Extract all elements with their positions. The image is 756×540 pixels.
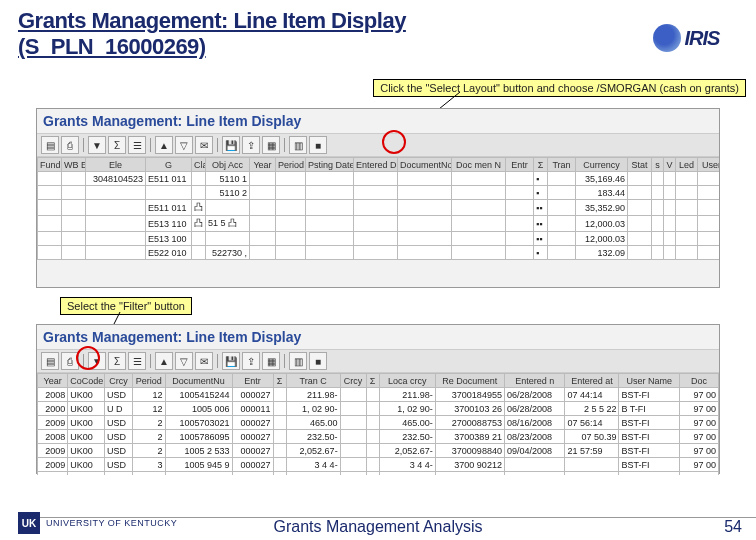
column-header[interactable]: User Name bbox=[619, 374, 680, 388]
details-button[interactable]: ▤ bbox=[41, 352, 59, 370]
table-row[interactable]: E513 110凸51 5 凸▪▪12,000.03 bbox=[38, 216, 720, 232]
column-header[interactable]: Σ bbox=[534, 158, 548, 172]
column-header[interactable]: Crcy bbox=[340, 374, 366, 388]
column-header[interactable]: Obj Acc bbox=[206, 158, 250, 172]
cell bbox=[628, 186, 652, 200]
grid-button[interactable]: ▦ bbox=[262, 352, 280, 370]
cell bbox=[276, 232, 306, 246]
cell bbox=[86, 186, 146, 200]
column-header[interactable]: DocumentNu bbox=[165, 374, 232, 388]
cell bbox=[38, 216, 62, 232]
table-row[interactable]: 2000UK00U D121005 006 0000111, 02 90-1, … bbox=[38, 402, 719, 416]
funnel-button[interactable]: ▼ bbox=[88, 136, 106, 154]
table-row[interactable]: UK00USD100 9 90000271 6 2 0-B T-FI97 00 bbox=[38, 472, 719, 476]
table-row[interactable]: 2008UK00USD121005415244000027211.98-211.… bbox=[38, 388, 719, 402]
save-button[interactable]: 💾 bbox=[222, 136, 240, 154]
cell bbox=[664, 246, 676, 260]
cell: 000027 bbox=[232, 458, 273, 472]
column-header[interactable]: Fund bbox=[38, 158, 62, 172]
column-header[interactable]: Entered at bbox=[565, 374, 619, 388]
cell bbox=[652, 172, 664, 186]
table-row[interactable]: 2009UK00USD31005 945 90000273 4 4-3 4 4-… bbox=[38, 458, 719, 472]
cell bbox=[354, 232, 398, 246]
cell bbox=[306, 172, 354, 186]
column-header[interactable]: Year bbox=[250, 158, 276, 172]
line-item-grid-1: FundWB ElEleGClassObj AccYearPeriodPstin… bbox=[37, 157, 719, 260]
cell bbox=[506, 200, 534, 216]
export-button[interactable]: ⇪ bbox=[242, 352, 260, 370]
column-header[interactable]: Entr bbox=[232, 374, 273, 388]
cell bbox=[504, 458, 565, 472]
stop-button[interactable]: ■ bbox=[309, 136, 327, 154]
column-header[interactable]: Ele bbox=[86, 158, 146, 172]
table-row[interactable]: 3048104523E511 0115110 1▪35,169.46 bbox=[38, 172, 720, 186]
column-header[interactable]: DocumentNo bbox=[398, 158, 452, 172]
mail-button[interactable]: ✉ bbox=[195, 352, 213, 370]
column-header[interactable]: Doc men N bbox=[452, 158, 506, 172]
column-header[interactable]: Crcy bbox=[105, 374, 133, 388]
column-header[interactable]: Loca crcy bbox=[379, 374, 435, 388]
sum-button[interactable]: Σ bbox=[108, 136, 126, 154]
column-header[interactable]: Stat bbox=[628, 158, 652, 172]
sort-desc-button[interactable]: ▽ bbox=[175, 136, 193, 154]
cell: USD bbox=[105, 430, 133, 444]
column-header[interactable]: Doc bbox=[680, 374, 719, 388]
table-row[interactable]: E522 010522730 ,▪132.09 bbox=[38, 246, 720, 260]
sort-asc-button[interactable]: ▲ bbox=[155, 136, 173, 154]
column-header[interactable]: Entered n bbox=[504, 374, 565, 388]
column-header[interactable]: Period bbox=[276, 158, 306, 172]
print-button[interactable]: ⎙ bbox=[61, 352, 79, 370]
column-header[interactable]: User bbox=[698, 158, 720, 172]
cell: 2,052.67- bbox=[286, 444, 340, 458]
cell: BST-FI bbox=[619, 416, 680, 430]
cell: 1005 945 9 bbox=[165, 458, 232, 472]
cell bbox=[340, 416, 366, 430]
sum-button[interactable]: Σ bbox=[108, 352, 126, 370]
table-row[interactable]: 2009UK00USD21005703021000027465.00465.00… bbox=[38, 416, 719, 430]
column-header[interactable]: Σ bbox=[366, 374, 379, 388]
column-header[interactable]: Period bbox=[133, 374, 165, 388]
column-header[interactable]: WB El bbox=[62, 158, 86, 172]
table-row[interactable]: E511 011凸▪▪35,352.90 bbox=[38, 200, 720, 216]
funnel-button[interactable]: ▼ bbox=[88, 352, 106, 370]
column-header[interactable]: Tran bbox=[548, 158, 576, 172]
print-button[interactable]: ⎙ bbox=[61, 136, 79, 154]
stop-button[interactable]: ■ bbox=[309, 352, 327, 370]
cell bbox=[250, 232, 276, 246]
column-header[interactable]: Tran C bbox=[286, 374, 340, 388]
cols-button[interactable]: ▥ bbox=[289, 352, 307, 370]
column-header[interactable]: Re Document bbox=[435, 374, 504, 388]
column-header[interactable]: Entered D bbox=[354, 158, 398, 172]
cell bbox=[565, 472, 619, 476]
select-button[interactable]: ☰ bbox=[128, 352, 146, 370]
column-header[interactable]: G bbox=[146, 158, 192, 172]
column-header[interactable]: V bbox=[664, 158, 676, 172]
save-button[interactable]: 💾 bbox=[222, 352, 240, 370]
table-row[interactable]: 2009UK00USD21005 2 5330000272,052.67-2,0… bbox=[38, 444, 719, 458]
column-header[interactable]: Psting Date bbox=[306, 158, 354, 172]
export-button[interactable]: ⇪ bbox=[242, 136, 260, 154]
column-header[interactable]: Currency bbox=[576, 158, 628, 172]
table-row[interactable]: E513 100▪▪12,000.03 bbox=[38, 232, 720, 246]
column-header[interactable]: Year bbox=[38, 374, 68, 388]
column-header[interactable]: Led bbox=[676, 158, 698, 172]
column-header[interactable]: Class bbox=[192, 158, 206, 172]
cell: 3 4 4- bbox=[379, 458, 435, 472]
details-button[interactable]: ▤ bbox=[41, 136, 59, 154]
mail-button[interactable]: ✉ bbox=[195, 136, 213, 154]
sort-asc-button[interactable]: ▲ bbox=[155, 352, 173, 370]
cell: USD bbox=[105, 444, 133, 458]
select-button[interactable]: ☰ bbox=[128, 136, 146, 154]
cell: 35,169.46 bbox=[576, 172, 628, 186]
column-header[interactable]: s bbox=[652, 158, 664, 172]
cell: 132.09 bbox=[576, 246, 628, 260]
cols-button[interactable]: ▥ bbox=[289, 136, 307, 154]
column-header[interactable]: Σ bbox=[273, 374, 286, 388]
table-row[interactable]: 2008UK00USD21005786095000027232.50-232.5… bbox=[38, 430, 719, 444]
cell bbox=[698, 232, 720, 246]
grid-button[interactable]: ▦ bbox=[262, 136, 280, 154]
sort-desc-button[interactable]: ▽ bbox=[175, 352, 193, 370]
table-row[interactable]: 5110 2▪183.44 bbox=[38, 186, 720, 200]
column-header[interactable]: CoCode bbox=[68, 374, 105, 388]
column-header[interactable]: Entr bbox=[506, 158, 534, 172]
